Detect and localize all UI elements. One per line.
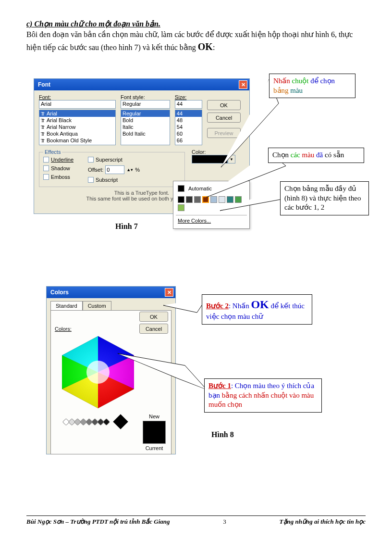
shadow-checkbox[interactable]: Shadow	[43, 165, 74, 171]
font-list-item[interactable]: Book Antiqua	[47, 131, 78, 137]
colors-dialog-titlebar: Colors ✕	[47, 287, 175, 298]
superscript-label: Superscript	[96, 157, 122, 163]
section-title: c) Chọn màu chữ cho một đoạn văn bản.	[26, 19, 366, 28]
svg-point-7	[86, 361, 110, 384]
intro-text-b: :	[213, 43, 215, 51]
callout-step1: Bước 1: Chọn màu theo ý thích của bạn bằ…	[204, 378, 322, 413]
style-input[interactable]: Regular	[121, 100, 170, 109]
close-icon[interactable]: ✕	[165, 288, 173, 297]
swatch[interactable]	[235, 196, 242, 203]
intro-paragraph: Bôi đen đoạn văn bản cần chọn màu chữ, l…	[26, 29, 366, 53]
emboss-checkbox[interactable]: Emboss	[43, 174, 74, 180]
caption-fig7: Hình 7	[115, 222, 138, 231]
intro-ok: OK	[198, 41, 213, 52]
size-list-item[interactable]: 54	[177, 124, 183, 130]
effects-legend: Effects	[43, 149, 62, 155]
shadow-label: Shadow	[51, 165, 70, 171]
swatch[interactable]	[186, 196, 193, 203]
subscript-label: Subscript	[96, 177, 118, 183]
font-dialog-titlebar: Font ✕	[34, 79, 249, 90]
caption-fig8: Hình 8	[211, 430, 234, 439]
callout-preset-colors: Chọn các màu đã có sẵn	[268, 148, 364, 163]
underline-label: Underline	[51, 157, 74, 163]
emboss-label: Emboss	[51, 174, 70, 180]
colors-dialog-title: Colors	[50, 289, 69, 296]
swatch[interactable]	[227, 196, 233, 203]
ok-button[interactable]: OK	[139, 312, 168, 322]
cancel-button[interactable]: Cancel	[207, 113, 241, 123]
font-list-item[interactable]: Bookman Old Style	[47, 138, 92, 143]
subscript-checkbox[interactable]: Subscript	[88, 177, 140, 183]
automatic-label: Automatic	[188, 186, 212, 191]
style-list-item[interactable]: Bold Italic	[122, 131, 146, 137]
new-current-swatch	[143, 421, 166, 444]
current-label: Current	[140, 445, 168, 451]
selected-black-hex[interactable]	[113, 414, 128, 429]
cancel-button[interactable]: Cancel	[139, 324, 168, 334]
font-list[interactable]: Arial Arial Black Arial Narrow Book Anti…	[39, 110, 116, 145]
swatch[interactable]	[210, 196, 217, 203]
font-list-item[interactable]: Arial Black	[47, 117, 72, 123]
size-list-item[interactable]: 44	[177, 111, 183, 116]
gray-swatch[interactable]	[103, 418, 110, 426]
new-label: New	[140, 414, 168, 419]
font-list-item[interactable]: Arial	[47, 111, 57, 116]
truetype-icon	[41, 117, 45, 123]
superscript-checkbox[interactable]: Superscript	[88, 157, 140, 163]
offset-pct: %	[135, 167, 140, 173]
swatch[interactable]	[178, 196, 184, 203]
intro-text-a: Bôi đen đoạn văn bản cần chọn màu chữ, l…	[26, 30, 353, 51]
footer-page: 3	[223, 518, 226, 526]
swatch[interactable]	[202, 196, 209, 203]
size-list-item[interactable]: 60	[177, 131, 183, 137]
style-list[interactable]: Regular Bold Italic Bold Italic	[121, 110, 170, 145]
font-label: Font:	[39, 94, 116, 100]
color-swatches[interactable]	[176, 193, 247, 214]
size-label: Size:	[175, 94, 202, 100]
font-list-item[interactable]: Arial Narrow	[47, 124, 76, 130]
auto-swatch	[178, 185, 184, 192]
truetype-icon	[41, 131, 45, 137]
color-swatch	[192, 155, 228, 163]
ok-button[interactable]: OK	[207, 100, 241, 110]
size-list[interactable]: 44 48 54 60 66	[175, 110, 202, 145]
size-list-item[interactable]: 66	[177, 138, 183, 143]
tab-standard[interactable]: Standard	[50, 301, 83, 310]
more-colors-row[interactable]: More Colors...	[176, 215, 247, 226]
swatch[interactable]	[178, 204, 184, 211]
offset-label: Offset:	[88, 167, 103, 173]
style-list-item[interactable]: Bold	[122, 117, 133, 123]
font-dialog-title: Font	[38, 81, 50, 88]
callout-more-colors: Chọn bảng mẫu đầy đủ (hình 8) và thực hi…	[280, 181, 369, 215]
automatic-color-row[interactable]: Automatic	[176, 184, 247, 193]
style-list-item[interactable]: Regular	[122, 111, 141, 116]
style-list-item[interactable]: Italic	[122, 124, 134, 130]
color-hexagon[interactable]	[57, 334, 139, 411]
footer-left: Bùi Ngọc Sơn – Trường PTDT nội trú tỉnh …	[26, 518, 170, 526]
preview-button[interactable]: Preview	[207, 128, 241, 138]
callout-step2: Bước 2: Nhấn OK để kết thúc việc chọn mà…	[202, 294, 312, 325]
truetype-icon	[41, 138, 45, 143]
callout-click-color: Nhấn chuột để chọn bảng màu	[269, 74, 355, 98]
offset-stepper[interactable]: 0	[105, 165, 124, 174]
swatch[interactable]	[194, 196, 201, 203]
size-input[interactable]: 44	[175, 100, 202, 109]
close-icon[interactable]: ✕	[239, 80, 247, 89]
size-list-item[interactable]: 48	[177, 117, 183, 123]
font-input[interactable]: Arial	[39, 100, 116, 109]
color-dropdown-button[interactable]: ▼	[228, 155, 235, 163]
truetype-icon	[41, 111, 45, 116]
colors-dialog: Colors ✕ Standard Custom OK Cancel Color…	[46, 286, 176, 454]
page-footer: Bùi Ngọc Sơn – Trường PTDT nội trú tỉnh …	[26, 515, 366, 540]
truetype-icon	[41, 124, 45, 130]
swatch[interactable]	[219, 196, 225, 203]
footer-right: Tặng những ai thích học tin học	[280, 518, 366, 526]
color-flyout: Automatic More Colors...	[173, 181, 250, 229]
style-label: Font style:	[121, 94, 170, 100]
underline-checkbox[interactable]: Underline	[43, 157, 74, 163]
color-label: Color:	[192, 149, 245, 155]
tab-custom[interactable]: Custom	[83, 301, 111, 310]
